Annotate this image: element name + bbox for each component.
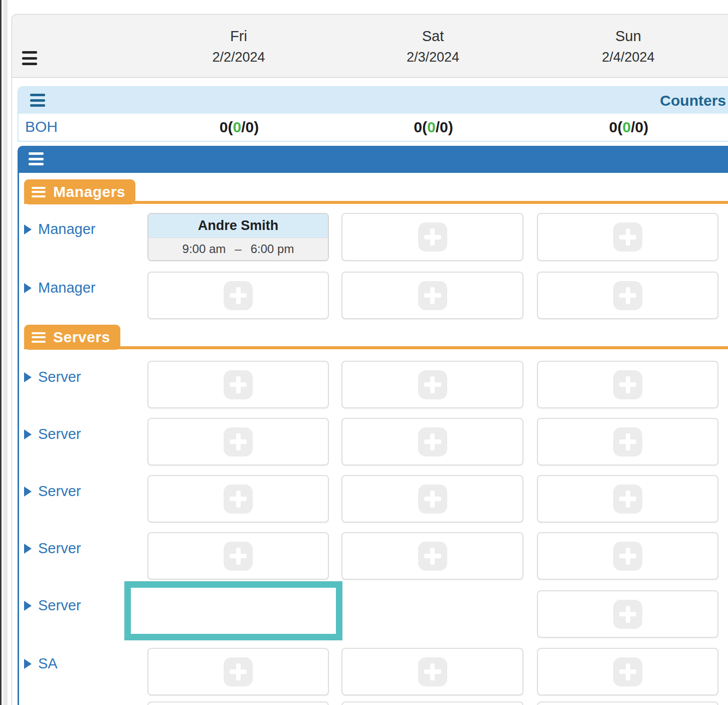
- plus-icon: [418, 542, 447, 571]
- schedule-panel-border: [18, 173, 19, 705]
- group-badge-servers[interactable]: Servers: [24, 325, 120, 350]
- group-badge-managers[interactable]: Managers: [24, 179, 135, 204]
- add-shift-cell[interactable]: [537, 532, 718, 580]
- day-name: Fri: [230, 28, 247, 45]
- add-shift-cell[interactable]: [537, 648, 718, 695]
- day-header-fri: Fri 2/2/2024: [148, 21, 329, 73]
- counter-value-sun: 0(0/0): [538, 114, 719, 141]
- group-underline: [24, 346, 728, 349]
- window-edge: [0, 0, 2, 705]
- plus-icon: [613, 600, 642, 629]
- counter-after: /0): [436, 119, 453, 136]
- counter-filled: 0: [233, 119, 241, 136]
- add-shift-cell[interactable]: [341, 272, 523, 319]
- add-shift-cell[interactable]: [537, 590, 718, 638]
- triangle-right-icon: [24, 372, 32, 382]
- counters-panel: Counters BOH 0(0/0) 0(0/0) 0(0/0): [18, 86, 728, 142]
- plus-icon: [418, 485, 447, 514]
- counters-row-boh: BOH 0(0/0) 0(0/0) 0(0/0): [19, 114, 728, 141]
- row-label-server[interactable]: Server: [24, 426, 81, 442]
- container-left-border: [12, 77, 12, 705]
- add-shift-cell[interactable]: [537, 213, 718, 261]
- plus-icon: [418, 427, 447, 456]
- add-shift-cell[interactable]: [537, 361, 718, 408]
- header-menu-button hamburger-icon[interactable]: [22, 51, 37, 65]
- plus-icon: [224, 427, 253, 456]
- highlighted-cell-inner: [131, 588, 336, 634]
- day-name: Sat: [422, 28, 444, 45]
- group-label: Servers: [53, 329, 110, 346]
- shift-employee: Andre Smith: [148, 214, 328, 238]
- plus-icon: [224, 485, 253, 514]
- shift-start-time: 9:00 am: [183, 242, 226, 256]
- add-shift-cell[interactable]: [147, 272, 329, 319]
- plus-icon: [418, 222, 447, 252]
- row-label-text: Server: [38, 597, 81, 614]
- triangle-right-icon: [24, 659, 32, 669]
- plus-icon: [613, 427, 642, 456]
- add-shift-cell[interactable]: [147, 532, 329, 580]
- add-shift-cell[interactable]: [537, 272, 718, 319]
- plus-icon: [224, 657, 253, 686]
- add-shift-cell[interactable]: [537, 418, 718, 465]
- row-label-text: Server: [38, 369, 81, 385]
- add-shift-cell[interactable]: [147, 475, 329, 523]
- row-label-server[interactable]: Server: [24, 483, 81, 500]
- add-shift-cell[interactable]: [341, 213, 523, 261]
- add-shift-cell[interactable]: [341, 701, 523, 705]
- plus-icon: [224, 370, 253, 399]
- row-label-server[interactable]: Server: [24, 369, 81, 385]
- triangle-right-icon: [24, 544, 32, 554]
- add-shift-cell[interactable]: [341, 532, 523, 580]
- schedule-toolbar: [18, 146, 728, 173]
- row-label-manager[interactable]: Manager: [24, 280, 95, 296]
- toolbar-menu-button hamburger-icon[interactable]: [29, 152, 44, 165]
- shift-card[interactable]: Andre Smith 9:00 am – 6:00 pm: [147, 213, 329, 261]
- row-label-text: Server: [38, 426, 81, 442]
- plus-icon: [224, 281, 253, 310]
- plus-icon: [613, 542, 642, 571]
- row-label-manager[interactable]: Manager: [24, 221, 95, 238]
- shift-time-separator: –: [235, 242, 241, 256]
- add-shift-cell[interactable]: [537, 701, 718, 705]
- row-label-sa[interactable]: SA: [24, 655, 58, 672]
- add-shift-cell[interactable]: [147, 648, 329, 695]
- day-date: 2/2/2024: [212, 50, 265, 65]
- add-shift-cell[interactable]: [537, 475, 718, 523]
- triangle-right-icon: [24, 224, 32, 234]
- add-shift-cell[interactable]: [341, 361, 523, 408]
- triangle-right-icon: [24, 487, 32, 497]
- row-label-server[interactable]: Server: [24, 540, 81, 557]
- add-shift-cell[interactable]: [341, 475, 523, 523]
- counters-header-bar: Counters: [19, 87, 728, 114]
- drag-handle-icon hamburger-icon: [32, 187, 46, 197]
- plus-icon: [418, 281, 447, 310]
- add-shift-cell[interactable]: [341, 648, 523, 695]
- counters-title: Counters: [660, 92, 726, 109]
- counter-value-fri: 0(0/0): [148, 114, 330, 141]
- row-label-server[interactable]: Server: [24, 597, 81, 614]
- add-shift-cell[interactable]: [341, 418, 523, 465]
- day-header-sat: Sat 2/3/2024: [342, 21, 524, 73]
- counter-before: 0(: [609, 119, 623, 136]
- counters-menu-button hamburger-icon[interactable]: [30, 94, 45, 107]
- counters-row-label[interactable]: BOH: [25, 118, 58, 135]
- row-label-text: Server: [38, 483, 81, 500]
- day-date: 2/3/2024: [407, 50, 459, 65]
- day-header-sun: Sun 2/4/2024: [537, 21, 719, 73]
- row-label-text: Server: [38, 540, 81, 557]
- add-shift-cell[interactable]: [147, 701, 329, 705]
- counter-filled: 0: [427, 119, 436, 136]
- schedule-header: Fri 2/2/2024 Sat 2/3/2024 Sun 2/4/2024: [12, 14, 728, 78]
- counter-before: 0(: [414, 119, 427, 136]
- counter-after: /0): [631, 119, 648, 136]
- plus-icon: [613, 281, 642, 310]
- highlighted-empty-shift-cell[interactable]: [124, 581, 342, 640]
- plus-icon: [418, 370, 447, 399]
- plus-icon: [224, 542, 253, 571]
- add-shift-cell[interactable]: [147, 418, 329, 465]
- add-shift-cell[interactable]: [147, 361, 329, 408]
- day-date: 2/4/2024: [602, 50, 654, 65]
- shift-time-range: 9:00 am – 6:00 pm: [148, 238, 328, 260]
- scroll-gutter: [4, 0, 8, 705]
